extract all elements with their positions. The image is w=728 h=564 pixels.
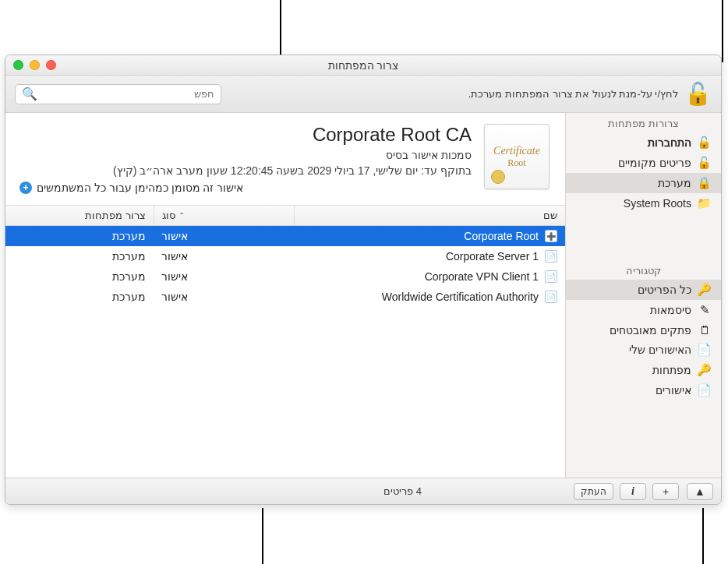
sidebar-header-keychains: צרורות מפתחות	[566, 113, 721, 132]
category-list: 🔑כל הפריטים✎סיסמאות🗒פתקים מאובטחים📄האישו…	[566, 280, 721, 400]
sidebar-item-label: מערכת	[658, 177, 691, 189]
sidebar-item-label: פריטים מקומיים	[618, 157, 691, 169]
callout-line	[262, 508, 263, 564]
table-row[interactable]: 📄Corporate Server 1אישורמערכת	[5, 246, 565, 266]
certificate-subtitle: סמכות אישור בסיס	[19, 149, 472, 161]
col-header-kind[interactable]: ⌃ סוג	[154, 206, 294, 225]
sidebar-item-label: מפתחות	[652, 364, 691, 376]
sidebar-item-label: התחברות	[648, 136, 691, 149]
sidebar-keychain-item[interactable]: 🔒מערכת	[566, 173, 721, 193]
thumb-root: Root	[507, 157, 525, 169]
table-row[interactable]: 📄Worldwide Certification Authorityאישורמ…	[5, 287, 565, 307]
certificate-table: שם ⌃ סוג צרור מפתחות ➕Corporate Rootאישו…	[5, 205, 565, 478]
sidebar-category-item[interactable]: 🔑כל הפריטים	[566, 280, 721, 300]
category-icon: 🗒	[698, 323, 712, 337]
traffic-lights	[13, 60, 56, 70]
sidebar-category-item[interactable]: 🔑מפתחות	[566, 360, 721, 380]
certificate-icon: 📄	[545, 250, 557, 263]
sidebar-item-label: פתקים מאובטחים	[610, 324, 691, 337]
sidebar-header-category: קטגוריה	[566, 260, 721, 280]
keychain-access-window: צרור המפתחות 🔓 לחץ/י על-מנת לנעול את צרו…	[5, 55, 722, 505]
callout-line	[702, 508, 704, 564]
callout-line	[280, 0, 281, 62]
row-kind: אישור	[154, 288, 294, 305]
sidebar-keychain-item[interactable]: 📁System Roots	[566, 193, 721, 213]
certificate-icon: ➕	[545, 230, 557, 242]
sidebar-item-label: אישורים	[656, 384, 691, 397]
sidebar-keychain-item[interactable]: 🔓פריטים מקומיים	[566, 153, 721, 173]
sidebar-item-label: System Roots	[624, 197, 691, 210]
table-row[interactable]: ➕Corporate Rootאישורמערכת	[5, 226, 565, 246]
row-kind: אישור	[154, 268, 294, 285]
sidebar-keychain-item[interactable]: 🔓התחברות	[566, 132, 721, 153]
minimize-button[interactable]	[30, 60, 40, 70]
lock-icon: 📁	[698, 196, 712, 210]
row-name: Corporate Server 1	[302, 250, 539, 263]
lock-hint-text: לחץ/י על-מנת לנעול את צרור המפתחות מערכת…	[468, 88, 678, 100]
certificate-icon: 📄	[545, 291, 557, 303]
row-kind: אישור	[154, 227, 294, 245]
sidebar-category-item[interactable]: ✎סיסמאות	[566, 300, 721, 320]
table-row[interactable]: 📄Corporate VPN Client 1אישורמערכת	[5, 266, 565, 287]
item-count: 4 פריטים	[239, 485, 566, 497]
lock-icon: 🔓	[698, 156, 712, 170]
close-button[interactable]	[46, 60, 56, 70]
row-keychain: מערכת	[5, 248, 154, 265]
sidebar-item-label: האישורים שלי	[629, 344, 691, 356]
window-title: צרור המפתחות	[328, 59, 399, 72]
row-name: Worldwide Certification Authority	[302, 291, 539, 303]
certificate-expiry: בתוקף עד: יום שלישי, 17 ביולי 2029 בשעה …	[19, 164, 472, 177]
search-icon: 🔍	[22, 86, 37, 101]
sidebar-category-item[interactable]: 📄האישורים שלי	[566, 340, 721, 360]
row-keychain: מערכת	[5, 227, 154, 245]
category-icon: 📄	[698, 383, 712, 397]
sidebar-category-item[interactable]: 🗒פתקים מאובטחים	[566, 320, 721, 340]
trust-plus-icon: +	[19, 182, 32, 194]
zoom-button[interactable]	[13, 60, 23, 70]
seal-icon	[491, 170, 505, 184]
titlebar: צרור המפתחות	[5, 55, 721, 76]
col-header-keychain[interactable]: צרור מפתחות	[5, 206, 154, 225]
certificate-title: Corporate Root CA	[313, 124, 472, 146]
add-button[interactable]: +	[652, 483, 679, 500]
collapse-sidebar-button[interactable]: ▲	[687, 483, 713, 500]
row-name: Corporate Root	[302, 230, 539, 242]
lock-icon: 🔓	[698, 136, 712, 150]
category-icon: 🔑	[698, 363, 712, 377]
sidebar: צרורות מפתחות 🔓התחברות🔓פריטים מקומיים🔒מע…	[565, 113, 721, 478]
search-field[interactable]: 🔍	[15, 84, 221, 104]
unlock-icon: 🔓	[684, 81, 712, 107]
row-name: Corporate VPN Client 1	[302, 270, 539, 283]
thumb-script: Certificate	[493, 145, 540, 157]
certificate-icon: 📄	[545, 270, 557, 283]
statusbar: ▲ + i העתק 4 פריטים	[5, 478, 721, 504]
sort-indicator-icon: ⌃	[178, 211, 185, 220]
lock-icon: 🔒	[698, 176, 712, 190]
toolbar: 🔓 לחץ/י על-מנת לנעול את צרור המפתחות מער…	[5, 76, 721, 113]
table-header: שם ⌃ סוג צרור מפתחות	[5, 206, 565, 226]
category-icon: 🔑	[698, 283, 712, 297]
info-button[interactable]: i	[620, 483, 646, 500]
keychain-list: 🔓התחברות🔓פריטים מקומיים🔒מערכת📁System Roo…	[566, 132, 721, 213]
certificate-detail: Certificate Root Corporate Root CA סמכות…	[5, 113, 565, 205]
category-icon: ✎	[698, 303, 712, 317]
sidebar-category-item[interactable]: 📄אישורים	[566, 380, 721, 400]
category-icon: 📄	[698, 343, 712, 357]
table-body[interactable]: ➕Corporate Rootאישורמערכת📄Corporate Serv…	[5, 226, 565, 478]
sidebar-item-label: כל הפריטים	[638, 284, 691, 296]
main-pane: Certificate Root Corporate Root CA סמכות…	[5, 113, 565, 478]
col-kind-label: סוג	[162, 210, 175, 221]
lock-area[interactable]: 🔓 לחץ/י על-מנת לנעול את צרור המפתחות מער…	[468, 81, 712, 107]
certificate-trust: אישור זה מסומן כמהימן עבור כל המשתמשים +	[19, 182, 472, 194]
callout-line	[722, 0, 723, 62]
copy-button[interactable]: העתק	[574, 483, 613, 500]
search-input[interactable]	[42, 88, 214, 100]
row-keychain: מערכת	[5, 288, 154, 305]
sidebar-item-label: סיסמאות	[650, 304, 691, 316]
col-header-name[interactable]: שם	[294, 206, 565, 225]
certificate-thumbnail: Certificate Root	[484, 124, 550, 189]
row-keychain: מערכת	[5, 268, 154, 285]
row-kind: אישור	[154, 248, 294, 265]
trust-text: אישור זה מסומן כמהימן עבור כל המשתמשים	[37, 182, 243, 194]
